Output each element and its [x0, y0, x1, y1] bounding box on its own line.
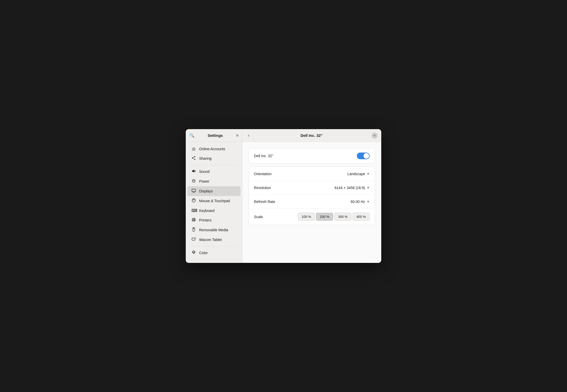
svg-point-1: [192, 157, 193, 158]
sidebar-item-printers[interactable]: Printers: [187, 215, 241, 225]
resolution-dropdown-arrow[interactable]: ▼: [367, 186, 370, 190]
svg-point-25: [193, 253, 194, 254]
svg-rect-18: [193, 228, 194, 229]
monitor-label: Dell Inc. 32": [254, 154, 357, 158]
sidebar-item-keyboard[interactable]: ⌨ Keyboard: [187, 206, 241, 215]
sidebar-item-color[interactable]: Color: [187, 248, 241, 258]
svg-line-4: [193, 158, 194, 159]
sound-icon: [191, 169, 196, 174]
refresh-value-group: 60.00 Hz ▼: [351, 200, 370, 204]
sidebar-item-removable[interactable]: Removable Media: [187, 225, 241, 235]
main-content: Dell Inc. 32" Orientation Landscape ▼: [242, 142, 381, 263]
printers-icon: [191, 218, 196, 223]
orientation-row: Orientation Landscape ▼: [249, 167, 375, 181]
scale-200[interactable]: 200 %: [316, 213, 333, 221]
sidebar-item-power[interactable]: Power: [187, 176, 241, 186]
header-center: ‹ Dell Inc. 32" ✕: [242, 132, 381, 139]
sidebar-item-displays[interactable]: Displays: [187, 186, 241, 196]
display-settings-card: Orientation Landscape ▼ Resolution 6144 …: [249, 167, 375, 225]
detail-title: Dell Inc. 32": [252, 133, 371, 138]
scale-row: Scale 100 % 200 % 300 % 400 %: [249, 209, 375, 225]
toggle-knob: [364, 153, 369, 159]
sidebar: ◎ Online Accounts Sharing: [186, 142, 242, 263]
header-left: 🔍 Settings ≡: [186, 129, 242, 142]
sidebar-divider-3: [190, 259, 238, 260]
orientation-value-group: Landscape ▼: [348, 172, 370, 176]
mouse-icon: [191, 198, 196, 203]
removable-icon: [191, 227, 196, 233]
svg-point-27: [194, 252, 195, 253]
sidebar-item-label: Color: [199, 251, 208, 255]
resolution-label: Resolution: [254, 186, 334, 190]
scale-buttons-group: 100 % 200 % 300 % 400 %: [298, 213, 370, 221]
sidebar-item-sharing[interactable]: Sharing: [187, 154, 241, 163]
sidebar-item-label: Displays: [199, 189, 213, 193]
svg-line-3: [193, 157, 194, 158]
orientation-value: Landscape: [348, 172, 365, 176]
menu-button[interactable]: ≡: [236, 133, 238, 138]
sidebar-item-label: Removable Media: [199, 228, 228, 232]
scale-300[interactable]: 300 %: [334, 213, 351, 221]
color-icon: [191, 250, 196, 255]
close-button[interactable]: ✕: [371, 132, 378, 139]
sidebar-divider-2: [190, 246, 238, 246]
resolution-row: Resolution 6144 × 3456 (16:9) ▼: [249, 181, 375, 195]
svg-point-23: [193, 251, 193, 252]
settings-window: 🔍 Settings ≡ ‹ Dell Inc. 32" ✕ ◎ Online …: [186, 129, 381, 263]
svg-rect-15: [193, 218, 195, 219]
sidebar-item-label: Power: [199, 179, 209, 183]
back-button[interactable]: ‹: [246, 132, 252, 139]
sidebar-item-label: Keyboard: [199, 209, 215, 213]
scale-400[interactable]: 400 %: [352, 213, 370, 221]
refresh-label: Refresh Rate: [254, 200, 351, 204]
svg-point-16: [194, 219, 195, 220]
sharing-icon: [191, 156, 196, 161]
sidebar-item-region[interactable]: ⚑ Region & Language: [187, 261, 241, 263]
keyboard-icon: ⌨: [191, 208, 196, 213]
refresh-dropdown-arrow[interactable]: ▼: [367, 200, 370, 203]
sidebar-item-wacom[interactable]: Wacom Tablet: [187, 235, 241, 245]
svg-rect-6: [192, 189, 196, 192]
scale-label: Scale: [254, 215, 298, 219]
scale-100[interactable]: 100 %: [298, 213, 315, 221]
svg-point-0: [194, 156, 195, 157]
power-icon: [191, 179, 196, 184]
monitor-toggle[interactable]: [357, 153, 370, 159]
wacom-icon: [191, 237, 196, 242]
sidebar-item-label: Mouse & Touchpad: [199, 199, 230, 203]
refresh-value: 60.00 Hz: [351, 200, 365, 204]
svg-marker-5: [192, 170, 194, 173]
svg-point-24: [194, 251, 195, 252]
online-accounts-icon: ◎: [191, 146, 196, 151]
sidebar-item-sound[interactable]: Sound: [187, 167, 241, 176]
resolution-value: 6144 × 3456 (16:9): [334, 186, 365, 190]
body: ◎ Online Accounts Sharing: [186, 142, 381, 263]
search-button[interactable]: 🔍: [189, 133, 194, 138]
orientation-label: Orientation: [254, 172, 348, 176]
monitor-card: Dell Inc. 32": [249, 148, 375, 164]
sidebar-item-label: Online Accounts: [199, 147, 225, 151]
svg-point-21: [196, 238, 196, 238]
refresh-row: Refresh Rate 60.00 Hz ▼: [249, 195, 375, 209]
sidebar-item-label: Wacom Tablet: [199, 238, 222, 242]
settings-title: Settings: [194, 133, 236, 138]
svg-rect-19: [192, 238, 195, 240]
resolution-value-group: 6144 × 3456 (16:9) ▼: [334, 186, 370, 190]
sidebar-item-mouse[interactable]: Mouse & Touchpad: [187, 196, 241, 206]
sidebar-item-label: Sound: [199, 170, 209, 174]
sidebar-item-label: Printers: [199, 218, 211, 222]
sidebar-divider-1: [190, 165, 238, 165]
sidebar-item-label: Sharing: [199, 156, 211, 161]
orientation-dropdown-arrow[interactable]: ▼: [367, 172, 370, 176]
svg-point-26: [193, 252, 193, 253]
displays-icon: [191, 189, 196, 194]
header: 🔍 Settings ≡ ‹ Dell Inc. 32" ✕: [186, 129, 381, 142]
sidebar-item-online-accounts[interactable]: ◎ Online Accounts: [187, 144, 241, 154]
svg-point-2: [194, 159, 195, 160]
monitor-row: Dell Inc. 32": [249, 148, 375, 163]
